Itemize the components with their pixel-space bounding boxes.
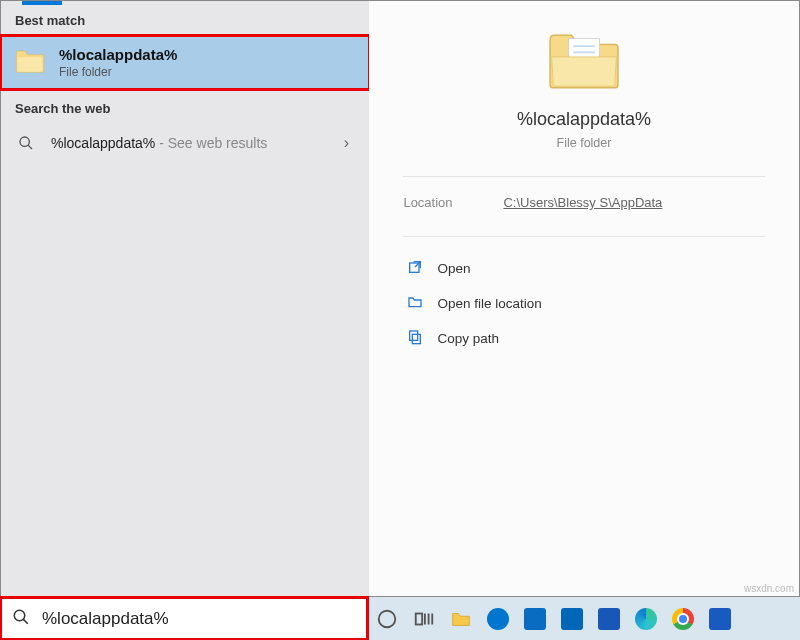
action-label: Open file location bbox=[437, 296, 541, 311]
best-match-result[interactable]: %localappdata% File folder bbox=[1, 36, 369, 89]
web-result-text: %localappdata% - See web results bbox=[51, 135, 267, 151]
folder-icon bbox=[15, 48, 45, 78]
taskbar-app-word[interactable] bbox=[701, 597, 738, 640]
search-icon bbox=[15, 135, 37, 151]
action-label: Open bbox=[437, 261, 470, 276]
preview-subtitle: File folder bbox=[557, 136, 612, 150]
svg-point-12 bbox=[378, 610, 395, 627]
divider bbox=[403, 176, 764, 177]
preview-title: %localappdata% bbox=[517, 109, 651, 130]
folder-open-icon bbox=[407, 294, 423, 313]
location-row: Location C:\Users\Blessy S\AppData bbox=[403, 195, 764, 210]
taskbar-app-mail[interactable] bbox=[553, 597, 590, 640]
svg-rect-9 bbox=[410, 331, 418, 340]
chevron-right-icon: › bbox=[344, 134, 349, 152]
folder-icon bbox=[547, 29, 621, 95]
search-icon bbox=[12, 608, 30, 630]
search-input[interactable] bbox=[42, 609, 356, 629]
svg-point-10 bbox=[14, 610, 25, 621]
location-path[interactable]: C:\Users\Blessy S\AppData bbox=[503, 195, 662, 210]
copy-icon bbox=[407, 329, 423, 348]
task-view-button[interactable] bbox=[405, 597, 442, 640]
taskbar bbox=[0, 597, 800, 640]
search-web-heading: Search the web bbox=[1, 89, 369, 124]
active-scope-indicator bbox=[22, 1, 62, 5]
taskbar-search-box[interactable] bbox=[0, 597, 368, 640]
taskbar-app-edge[interactable] bbox=[627, 597, 664, 640]
svg-line-1 bbox=[28, 145, 32, 149]
action-copy-path[interactable]: Copy path bbox=[403, 321, 764, 356]
best-match-heading: Best match bbox=[1, 1, 369, 36]
action-open-location[interactable]: Open file location bbox=[403, 286, 764, 321]
svg-rect-13 bbox=[415, 613, 421, 624]
taskbar-app-chrome[interactable] bbox=[664, 597, 701, 640]
open-icon bbox=[407, 259, 423, 278]
taskbar-app-office[interactable] bbox=[590, 597, 627, 640]
preview-pane: %localappdata% File folder Location C:\U… bbox=[369, 1, 799, 596]
action-open[interactable]: Open bbox=[403, 251, 764, 286]
results-pane: Best match %localappdata% File folder Se… bbox=[1, 1, 369, 596]
watermark: wsxdn.com bbox=[744, 583, 794, 594]
web-search-result[interactable]: %localappdata% - See web results › bbox=[1, 124, 369, 162]
svg-line-11 bbox=[23, 619, 27, 623]
best-match-text: %localappdata% File folder bbox=[59, 46, 177, 79]
taskbar-app-store[interactable] bbox=[516, 597, 553, 640]
svg-point-0 bbox=[20, 137, 29, 146]
svg-rect-8 bbox=[413, 334, 421, 343]
location-label: Location bbox=[403, 195, 503, 210]
best-match-title: %localappdata% bbox=[59, 46, 177, 63]
best-match-subtitle: File folder bbox=[59, 65, 177, 79]
action-label: Copy path bbox=[437, 331, 499, 346]
taskbar-app-dell[interactable] bbox=[479, 597, 516, 640]
divider bbox=[403, 236, 764, 237]
cortana-button[interactable] bbox=[368, 597, 405, 640]
file-explorer-button[interactable] bbox=[442, 597, 479, 640]
